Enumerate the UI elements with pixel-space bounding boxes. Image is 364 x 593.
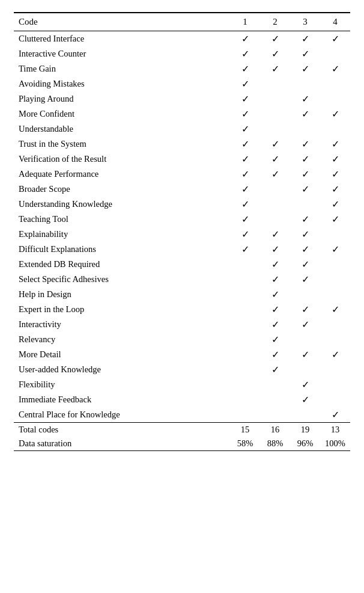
row-code: Teaching Tool xyxy=(14,212,230,227)
header-col1: 1 xyxy=(230,13,260,31)
row-check-col4: ✓ xyxy=(320,347,350,362)
row-code: Extended DB Required xyxy=(14,257,230,272)
row-check-col3: ✓ xyxy=(290,392,320,407)
header-col2: 2 xyxy=(260,13,290,31)
row-code: Expert in the Loop xyxy=(14,302,230,317)
row-code: Immediate Feedback xyxy=(14,392,230,407)
row-code: Difficult Explanations xyxy=(14,242,230,257)
row-check-col1: ✓ xyxy=(230,197,260,212)
row-code: Adequate Performance xyxy=(14,167,230,182)
saturation-col4: 100% xyxy=(320,437,350,451)
row-check-col3 xyxy=(290,121,320,137)
row-code: Broader Scope xyxy=(14,182,230,197)
row-check-col1 xyxy=(230,392,260,407)
table-row: Adequate Performance✓✓✓✓ xyxy=(14,167,350,182)
row-check-col3: ✓ xyxy=(290,106,320,121)
total-col4: 13 xyxy=(320,423,350,437)
saturation-col3: 96% xyxy=(290,437,320,451)
row-code: Understanding Knowledge xyxy=(14,197,230,212)
row-check-col3: ✓ xyxy=(290,31,320,47)
footer-total-row: Total codes 15 16 19 13 xyxy=(14,423,350,437)
row-check-col1: ✓ xyxy=(230,212,260,227)
row-check-col4 xyxy=(320,227,350,242)
row-check-col2: ✓ xyxy=(260,347,290,362)
row-check-col3 xyxy=(290,197,320,212)
row-check-col2 xyxy=(260,106,290,121)
row-check-col3 xyxy=(290,332,320,347)
row-check-col1: ✓ xyxy=(230,182,260,197)
table-row: Verification of the Result✓✓✓✓ xyxy=(14,152,350,167)
row-check-col4: ✓ xyxy=(320,212,350,227)
table-row: Expert in the Loop✓✓✓ xyxy=(14,302,350,317)
row-code: Explainability xyxy=(14,227,230,242)
table-row: Interactive Counter✓✓✓ xyxy=(14,46,350,61)
row-check-col2: ✓ xyxy=(260,46,290,61)
row-check-col2 xyxy=(260,392,290,407)
row-check-col1 xyxy=(230,257,260,272)
row-check-col4 xyxy=(320,121,350,137)
table-row: Central Place for Knowledge✓ xyxy=(14,407,350,423)
row-check-col4 xyxy=(320,317,350,332)
table-body: Cluttered Interface✓✓✓✓Interactive Count… xyxy=(14,31,350,423)
row-check-col1 xyxy=(230,377,260,392)
row-check-col2: ✓ xyxy=(260,317,290,332)
row-check-col1 xyxy=(230,317,260,332)
table-row: Interactivity✓✓ xyxy=(14,317,350,332)
row-check-col3: ✓ xyxy=(290,317,320,332)
row-check-col1: ✓ xyxy=(230,167,260,182)
row-check-col2: ✓ xyxy=(260,272,290,287)
row-check-col1: ✓ xyxy=(230,242,260,257)
row-check-col2: ✓ xyxy=(260,257,290,272)
row-check-col2: ✓ xyxy=(260,242,290,257)
row-check-col4: ✓ xyxy=(320,407,350,423)
row-code: Interactivity xyxy=(14,317,230,332)
row-check-col4 xyxy=(320,392,350,407)
row-check-col2: ✓ xyxy=(260,152,290,167)
row-check-col2: ✓ xyxy=(260,137,290,152)
row-check-col2: ✓ xyxy=(260,61,290,76)
row-check-col3: ✓ xyxy=(290,167,320,182)
row-code: Cluttered Interface xyxy=(14,31,230,47)
row-check-col4: ✓ xyxy=(320,31,350,47)
row-check-col3: ✓ xyxy=(290,347,320,362)
row-check-col3: ✓ xyxy=(290,377,320,392)
row-check-col1 xyxy=(230,407,260,423)
row-check-col1: ✓ xyxy=(230,76,260,91)
row-check-col4: ✓ xyxy=(320,152,350,167)
row-check-col3: ✓ xyxy=(290,91,320,106)
row-check-col4 xyxy=(320,287,350,302)
header-col4: 4 xyxy=(320,13,350,31)
row-check-col4: ✓ xyxy=(320,167,350,182)
saturation-col2: 88% xyxy=(260,437,290,451)
row-code: Verification of the Result xyxy=(14,152,230,167)
row-check-col1 xyxy=(230,362,260,377)
row-check-col4: ✓ xyxy=(320,302,350,317)
header-code: Code xyxy=(14,13,230,31)
row-check-col1 xyxy=(230,302,260,317)
row-check-col3: ✓ xyxy=(290,242,320,257)
table-row: Explainability✓✓✓ xyxy=(14,227,350,242)
row-check-col3: ✓ xyxy=(290,46,320,61)
row-check-col3: ✓ xyxy=(290,137,320,152)
total-label: Total codes xyxy=(14,423,230,437)
row-check-col2: ✓ xyxy=(260,167,290,182)
table-row: Teaching Tool✓✓✓ xyxy=(14,212,350,227)
header-col3: 3 xyxy=(290,13,320,31)
row-check-col4: ✓ xyxy=(320,137,350,152)
row-check-col2 xyxy=(260,76,290,91)
row-code: Help in Design xyxy=(14,287,230,302)
row-check-col1: ✓ xyxy=(230,106,260,121)
table-row: Broader Scope✓✓✓ xyxy=(14,182,350,197)
row-check-col3: ✓ xyxy=(290,212,320,227)
row-check-col2: ✓ xyxy=(260,31,290,47)
row-check-col4 xyxy=(320,332,350,347)
row-check-col3: ✓ xyxy=(290,182,320,197)
table-row: Understandable✓ xyxy=(14,121,350,137)
row-check-col1 xyxy=(230,287,260,302)
row-check-col1: ✓ xyxy=(230,121,260,137)
row-check-col2: ✓ xyxy=(260,332,290,347)
row-code: Trust in the System xyxy=(14,137,230,152)
row-check-col4 xyxy=(320,377,350,392)
row-check-col2: ✓ xyxy=(260,287,290,302)
total-col2: 16 xyxy=(260,423,290,437)
